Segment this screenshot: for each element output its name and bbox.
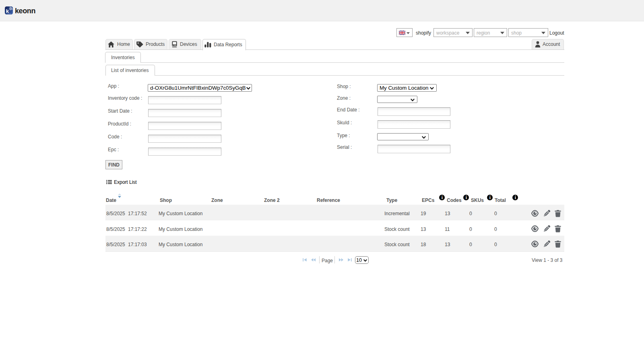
svg-text:k: k [6, 8, 9, 14]
